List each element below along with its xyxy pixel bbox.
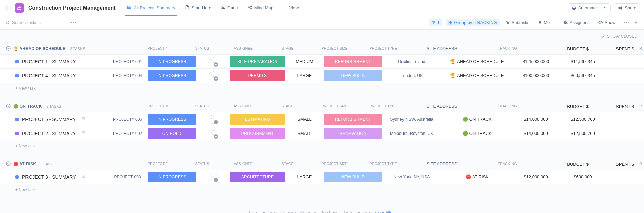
table-row[interactable]: PROJECT 1 - SUMMARY PROJECT# 001 IN PROG… bbox=[0, 54, 644, 68]
task-name-cell[interactable]: PROJECT 2 - SUMMARY bbox=[0, 131, 107, 136]
addr-cell[interactable]: Dublin, Ireland bbox=[382, 55, 441, 68]
stage-cell[interactable]: PERMITS bbox=[230, 69, 285, 83]
col-type[interactable]: PROJECT TYPE bbox=[354, 104, 413, 109]
group-caret-icon[interactable] bbox=[6, 104, 11, 109]
col-project[interactable]: PROJECT # bbox=[138, 162, 178, 167]
table-row[interactable]: PROJECT 2 - SUMMARY PROJECT# 002 ON HOLD… bbox=[0, 126, 644, 140]
me-chip[interactable]: Me bbox=[535, 19, 552, 26]
status-square[interactable] bbox=[15, 118, 19, 121]
size-cell[interactable]: SMALL bbox=[285, 126, 324, 140]
assignee-add-icon[interactable] bbox=[209, 129, 217, 138]
new-task-button[interactable]: + New task bbox=[0, 140, 644, 152]
col-project[interactable]: PROJECT # bbox=[138, 46, 178, 51]
spent-cell[interactable]: $600,000 bbox=[562, 170, 607, 184]
assignee-cell[interactable] bbox=[196, 69, 230, 83]
addr-cell[interactable]: London, UK bbox=[382, 69, 441, 83]
col-type[interactable]: PROJECT TYPE bbox=[354, 162, 413, 167]
assignees-chip[interactable]: Assignees bbox=[560, 19, 592, 26]
tracking-cell[interactable]: 🟢 ON TRACK bbox=[441, 112, 513, 126]
col-type[interactable]: PROJECT TYPE bbox=[354, 46, 413, 51]
search-input[interactable] bbox=[12, 20, 66, 25]
col-status[interactable]: STATUS bbox=[178, 104, 226, 109]
table-row[interactable]: PROJECT 4 - SUMMARY PROJECT# 004 IN PROG… bbox=[0, 68, 644, 83]
col-assignee[interactable]: ASSIGNEE bbox=[226, 162, 260, 167]
budget-cell[interactable]: $12,000,000 bbox=[513, 170, 562, 184]
show-closed[interactable]: SHOW CLOSED bbox=[0, 30, 644, 43]
type-cell[interactable]: NEW BUILD bbox=[324, 69, 382, 83]
col-size[interactable]: PROJECT SIZE bbox=[315, 162, 354, 167]
new-task-button[interactable]: + New task bbox=[0, 184, 644, 195]
budget-cell[interactable]: $125,000,000 bbox=[513, 55, 562, 68]
status-cell[interactable]: IN PROGRESS bbox=[148, 69, 196, 83]
table-row[interactable]: PROJECT 3 - SUMMARY PROJECT 003 IN PROGR… bbox=[0, 170, 644, 184]
status-square[interactable] bbox=[15, 132, 19, 135]
status-square[interactable] bbox=[15, 175, 19, 179]
col-status[interactable]: STATUS bbox=[178, 162, 226, 167]
spent-cell[interactable]: $12,500,760 bbox=[562, 112, 607, 126]
stage-cell[interactable]: SITE PREPARATION bbox=[230, 55, 285, 68]
size-cell[interactable]: MEDIUM bbox=[285, 55, 324, 68]
col-stage[interactable]: STAGE bbox=[260, 162, 315, 167]
assignee-cell[interactable] bbox=[196, 55, 230, 68]
type-cell[interactable]: NEW BUILD bbox=[324, 170, 382, 184]
groupby-chip[interactable]: Group by: TRACKING bbox=[446, 19, 500, 26]
budget-cell[interactable]: $14,000,000 bbox=[513, 112, 562, 126]
assignee-cell[interactable] bbox=[196, 126, 230, 140]
task-name-cell[interactable]: PROJECT 3 - SUMMARY bbox=[0, 174, 107, 180]
col-spent[interactable]: SPENT $ bbox=[592, 162, 637, 167]
automate-button[interactable]: Automate bbox=[568, 3, 611, 12]
project-number[interactable]: PROJECT 003 bbox=[107, 170, 148, 184]
drag-handle-icon[interactable] bbox=[82, 73, 85, 78]
project-number[interactable]: PROJECT# 004 bbox=[107, 69, 148, 83]
toolbar-more[interactable]: ••• bbox=[622, 20, 631, 25]
spent-cell[interactable]: $11,567,345 bbox=[562, 55, 607, 68]
chevron-down-icon[interactable] bbox=[601, 5, 607, 10]
col-tracking[interactable]: TRACKING bbox=[471, 46, 543, 51]
assignee-cell[interactable] bbox=[196, 170, 230, 184]
filter-chip[interactable]: 1 bbox=[429, 19, 442, 26]
assignee-add-icon[interactable] bbox=[209, 173, 217, 181]
group-name[interactable]: AT RISK bbox=[18, 162, 36, 166]
clear-filter-link[interactable]: clear filter bbox=[375, 210, 394, 213]
drag-handle-icon[interactable] bbox=[82, 131, 85, 136]
col-addr[interactable]: SITE ADDRESS bbox=[413, 104, 471, 109]
tracking-cell[interactable]: 🏆 AHEAD OF SCHEDULE bbox=[441, 69, 513, 83]
new-task-button[interactable]: + New task bbox=[0, 83, 644, 94]
task-name-cell[interactable]: PROJECT 1 - SUMMARY bbox=[0, 59, 107, 64]
group-caret-icon[interactable] bbox=[6, 161, 11, 167]
col-status[interactable]: STATUS bbox=[178, 46, 226, 51]
search-more[interactable]: ••• bbox=[68, 20, 79, 25]
task-name-cell[interactable]: PROJECT 5 - SUMMARY bbox=[0, 117, 107, 122]
drag-handle-icon[interactable] bbox=[82, 174, 85, 179]
table-row[interactable]: PROJECT 5 - SUMMARY PROJECT# 005 IN PROG… bbox=[0, 112, 644, 126]
addr-cell[interactable]: Melbourn, Royston, UK bbox=[382, 126, 441, 140]
tracking-cell[interactable]: ⛔ AT RISK bbox=[441, 170, 513, 184]
show-chip[interactable]: Show bbox=[596, 19, 619, 26]
col-assignee[interactable]: ASSIGNEE bbox=[226, 104, 260, 109]
stage-cell[interactable]: ARCHITECTURE bbox=[230, 170, 285, 184]
type-cell[interactable]: REFURBISHMENT bbox=[324, 112, 382, 126]
col-size[interactable]: PROJECT SIZE bbox=[315, 46, 354, 51]
group-name[interactable]: AHEAD OF SCHEDULE bbox=[18, 46, 65, 51]
view-tab-gantt[interactable]: Gantt bbox=[216, 0, 243, 16]
tracking-cell[interactable]: 🟢 ON TRACK bbox=[441, 126, 513, 140]
col-spent[interactable]: SPENT $ bbox=[592, 104, 637, 109]
group-caret-icon[interactable] bbox=[6, 46, 11, 52]
col-stage[interactable]: STAGE bbox=[260, 104, 315, 109]
view-tab-start-here[interactable]: Start Here bbox=[180, 0, 216, 16]
drag-handle-icon[interactable] bbox=[82, 117, 85, 122]
status-cell[interactable]: IN PROGRESS bbox=[148, 170, 196, 184]
col-budget[interactable]: BUDGET $ bbox=[543, 162, 592, 167]
col-addr[interactable]: SITE ADDRESS bbox=[413, 46, 471, 51]
col-budget[interactable]: BUDGET $ bbox=[543, 104, 592, 109]
col-addr[interactable]: SITE ADDRESS bbox=[413, 162, 471, 167]
add-view[interactable]: + View bbox=[281, 5, 303, 10]
subtasks-chip[interactable]: Subtasks bbox=[503, 19, 532, 26]
budget-cell[interactable]: $14,000,000 bbox=[513, 126, 562, 140]
type-cell[interactable]: RENEVATION bbox=[324, 126, 382, 140]
view-tab-mind-map[interactable]: Mind Map bbox=[243, 0, 278, 16]
project-number[interactable]: PROJECT# 001 bbox=[107, 55, 148, 68]
addr-cell[interactable]: Sydney NSW, Australia bbox=[382, 112, 441, 126]
size-cell[interactable]: LARGE bbox=[285, 69, 324, 83]
col-size[interactable]: PROJECT SIZE bbox=[315, 104, 354, 109]
